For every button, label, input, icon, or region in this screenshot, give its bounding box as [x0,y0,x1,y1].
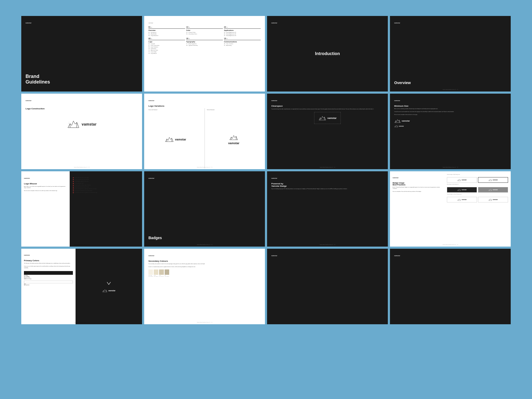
badge-colored-1: vamstar [447,197,477,202]
misuse-rule-9: Do not place any copy or graphics in or … [73,192,139,193]
logo-horizontal-display: vamstar [148,110,202,168]
slide-clearspace: vamstar Clearspace To protect the logo f… [267,94,388,169]
badge4-text: vamstar [493,189,498,190]
clearspace-logo-box: vamstar [314,112,341,124]
toc-title-logo: Logo [148,41,185,43]
badge-usage-label-top: Vamstar badge on light backgrounds [447,174,508,175]
slide13-body: The Vamstar color palette prioritizes bl… [24,263,73,269]
slide4-logo: vamstar [394,22,400,24]
wolf-icon-construction [67,119,80,129]
swatch-label-1: Warm WhiteHEX: #F5F0E4 [148,275,153,277]
slide10-title: Badges [148,236,162,240]
toc-section-typography: 16 – Typography 17 – Brand Typefaces 18 … [186,38,223,54]
slide-logo-misuse: vamstar Logo Misuse As the logo is one o… [21,171,142,247]
swatch-warm-white [148,269,153,275]
toc-grid: 01 – Overview 02 – Introduction 03 – Why… [148,26,261,54]
badge-usage-split: vamstar Badge UsageBest Practices As the… [390,171,511,247]
slide11-title: Powered byVamstar Badge [271,182,384,187]
toc-num-typography: 16 – [186,38,223,40]
wolf-icon-badge4 [488,188,492,191]
badge-grid-top: vamstar vamstar [447,177,508,183]
red-dot-6 [73,187,74,188]
placeholder2-logo: vamstar [394,255,400,256]
slide-badges: vamstar Badges Vamstar Brand Guidelines … [144,171,265,247]
toc-section-color: 13 – Color 14 – Primary Colors 16 – Seco… [186,26,223,36]
badge1-text: vamstar [462,179,467,181]
slide13-title: Primary Colors [24,259,73,262]
toc-section-overview: 01 – Overview 02 – Introduction 03 – Why… [148,26,185,36]
red-dot-3 [73,181,74,182]
slide-brand-guidelines: vamstar BrandGuidelines [21,16,142,92]
minsize-logos-display: vamstar vamstar [394,118,506,128]
toc-item: 04 – Target Audience [148,35,185,36]
wolf-icon-badge6 [488,198,492,201]
slide7-title: Clearspace [271,105,384,107]
slide-primary-colors: vamstar Primary Colors The Vamstar color… [21,249,142,324]
toc-item: 12 – Logo Misuse [148,53,185,54]
slide14-logo: vamstar [148,255,155,256]
toc-title-typography: Typography [186,41,223,43]
wolf-primary-1 [102,289,107,293]
slide7-body: To protect the logo from other visual el… [271,109,384,110]
logo-text-vertical: vamstar [228,142,239,145]
logo-var-vertical-panel: Vertical Stacked vamstar [205,108,261,168]
swatch-label-4: TanHEX: #BFB49A [165,275,169,277]
swatch-label-3: SandHEX: #D4C9AF [159,275,164,277]
slide6-footer: Vamstar Brand Guidelines Version 1.0 09 [144,167,265,168]
slide-secondary-colors: vamstar Secondary Colours Our secondary … [144,249,265,324]
toc-title-applications: Applications [224,30,261,31]
sec-swatch-4: TanHEX: #BFB49A [165,269,169,277]
slide12-footer: Vamstar Brand Guidelines Version 1.0 14 [390,244,511,245]
red-dot-2 [73,179,74,180]
slides-grid: vamstar BrandGuidelines vamstar 01 – Ove… [21,16,511,324]
v-mark-icon [106,281,111,286]
slide1-title: BrandGuidelines [26,74,50,85]
logo-vertical-display: vamstar [207,110,261,168]
toc-num-overview: 01 – [148,26,185,29]
slide11-body: If you are building using any of the Vam… [271,188,384,190]
minsize-text-lg: vamstar [402,120,410,122]
slide9-footer: Vamstar Brand Guidelines Version 1.0 12 [21,244,142,245]
badge-dark-bg: vamstar [447,187,477,193]
slide11-logo: vamstar [271,177,277,179]
swatch-sand [159,269,164,275]
slide14-body: Our secondary color palette is meant to … [148,263,261,268]
toc-item: 16 – Secondary Colors [186,33,223,35]
slide8-body: When used on marketing materials, Vamsta… [394,108,506,116]
slide8-title: Minimum Size [394,105,506,107]
badge-grey-bg: vamstar [478,187,508,193]
wolf-icon-horizontal [165,136,174,143]
slide-logo-variations: vamstar Logo Variations Horizontal Stack… [144,94,265,169]
badge-white-bg: vamstar [447,177,477,183]
sec-swatch-1: Warm WhiteHEX: #F5F0E4 [148,269,153,277]
slide-badge-usage: vamstar Badge UsageBest Practices As the… [390,171,511,247]
logo-horizontal: vamstar [165,136,186,143]
toc-section-logo: 06 – Logo 08 – Logmark 07 – Logo Constru… [148,38,185,54]
misuse-right: Do not rotate the mark at all angles. Do… [70,171,142,247]
red-dot-4 [73,183,74,184]
slide-toc: vamstar 01 – Overview 02 – Introduction … [144,16,265,92]
clearspace-logo-display: vamstar [271,112,384,124]
logo-var-horizontal-panel: Horizontal Stacked vamstar [148,108,205,168]
slide13-footer: Vamstar Brand Guidelines Version 1.0 14 [21,322,142,323]
badge-usage-right: Vamstar badge on light backgrounds vamst… [444,171,511,247]
primary-swatch-label: Nero Black HEX: #1A1A1A RGB: 26 / 26 / 2… [24,275,73,280]
clearspace-logo-text: vamstar [327,117,337,119]
slide4-title: Overview [394,81,411,85]
wolf-icon-badge1 [457,178,461,181]
slide5-footer: Vamstar Brand Guidelines Version 1.0 06 [21,167,142,168]
toc-num-color: 13 – [186,26,223,29]
primary-logo-text-1: vamstar [108,290,115,292]
badge6-text: vamstar [493,199,498,200]
construction-logo-text: vamstar [82,122,97,126]
slide8-logo: vamstar [394,100,400,101]
minsize-large-logo: vamstar [394,118,506,123]
wolf-icon-minsize-lg [394,118,401,123]
badge5-text: vamstar [462,199,467,200]
slide-powered-by: vamstar Powered byVamstar Badge If you a… [267,171,388,247]
badge-grid-colored: vamstar vamstar [447,197,508,202]
slide12-title: Badge UsageBest Practices [393,182,442,186]
toc-num-communications: 19 – [224,38,261,40]
swatch-label-2: CreamHEX: #E8DFC8 [154,275,159,277]
primary-colors-split: vamstar Primary Colors The Vamstar color… [21,249,142,324]
